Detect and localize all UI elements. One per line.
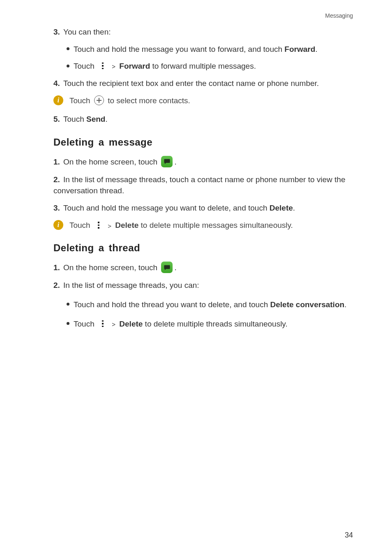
label-delete: Delete bbox=[115, 221, 138, 229]
text: Touch bbox=[74, 62, 97, 70]
bullet-delete-multiple-threads: Touch > Delete to delete multiple thread… bbox=[67, 318, 353, 330]
text: In the list of message threads, you can: bbox=[63, 281, 199, 290]
messaging-app-icon bbox=[161, 156, 173, 167]
text: Touch and hold the message you want to f… bbox=[74, 45, 284, 53]
bullet-dot-icon bbox=[67, 65, 69, 67]
info-icon: i bbox=[53, 95, 63, 105]
step-number: 2. bbox=[53, 174, 63, 185]
text: Touch bbox=[69, 96, 92, 105]
note-delete-multiple-messages: i Touch > Delete to delete multiple mess… bbox=[53, 221, 353, 231]
sec1-step-3: 3.Touch and hold the message you want to… bbox=[53, 202, 353, 214]
bullet-dot-icon bbox=[67, 303, 69, 306]
text: . bbox=[174, 158, 176, 166]
plus-circle-icon bbox=[94, 95, 104, 105]
overflow-menu-icon bbox=[95, 221, 102, 229]
bullet-dot-icon bbox=[67, 322, 69, 325]
messaging-app-icon bbox=[161, 262, 173, 273]
chevron-right-icon: > bbox=[112, 321, 115, 328]
text: to forward multiple messages. bbox=[150, 62, 256, 70]
step-5: 5.Touch Send. bbox=[53, 114, 353, 125]
step-number: 4. bbox=[53, 78, 63, 89]
text: to delete multiple messages simultaneous… bbox=[138, 221, 293, 229]
label-forward: Forward bbox=[119, 62, 150, 70]
bullet-forward-multiple: Touch > Forward to forward multiple mess… bbox=[67, 60, 353, 72]
label-delete: Delete bbox=[270, 204, 293, 212]
step-number: 1. bbox=[53, 156, 63, 168]
step-number: 3. bbox=[53, 202, 63, 214]
info-icon: i bbox=[53, 220, 63, 230]
text: In the list of message threads, touch a … bbox=[53, 175, 346, 195]
text: to select more contacts. bbox=[108, 96, 190, 105]
heading-deleting-message: Deleting a message bbox=[53, 137, 353, 148]
text: Touch and hold the message you want to d… bbox=[63, 204, 270, 212]
sec1-step-2: 2.In the list of message threads, touch … bbox=[53, 174, 353, 197]
overflow-menu-icon bbox=[99, 62, 106, 70]
text: . bbox=[105, 115, 107, 123]
text: . bbox=[344, 300, 346, 309]
label-forward: Forward bbox=[284, 45, 315, 53]
note-add-contacts: i Touch to select more contacts. bbox=[53, 96, 353, 106]
step-text: Touch the recipient text box and enter t… bbox=[63, 79, 319, 88]
text: . bbox=[293, 204, 295, 212]
bullet-forward-single: Touch and hold the message you want to f… bbox=[67, 44, 353, 55]
text: Touch bbox=[69, 221, 92, 229]
chevron-right-icon: > bbox=[112, 63, 115, 70]
sec2-step-1: 1.On the home screen, touch . bbox=[53, 262, 353, 274]
text: Touch bbox=[74, 320, 97, 328]
text: On the home screen, touch bbox=[63, 158, 159, 166]
step-3: 3.You can then: bbox=[53, 26, 353, 38]
chevron-right-icon: > bbox=[108, 222, 111, 229]
label-delete-conversation: Delete conversation bbox=[270, 300, 345, 309]
text: Touch bbox=[63, 115, 86, 123]
text: . bbox=[174, 263, 176, 272]
sec2-step-2: 2.In the list of message threads, you ca… bbox=[53, 280, 353, 291]
step-4: 4.Touch the recipient text box and enter… bbox=[53, 78, 353, 89]
step-number: 2. bbox=[53, 280, 63, 291]
bullet-dot-icon bbox=[67, 47, 69, 50]
text: Touch and hold the thread you want to de… bbox=[74, 300, 270, 309]
heading-deleting-thread: Deleting a thread bbox=[53, 242, 353, 254]
overflow-menu-icon bbox=[99, 320, 106, 328]
text: . bbox=[315, 45, 317, 53]
step-text: You can then: bbox=[63, 28, 111, 36]
text: On the home screen, touch bbox=[63, 263, 159, 272]
step-number: 3. bbox=[53, 26, 63, 38]
label-delete: Delete bbox=[119, 320, 143, 328]
step-number: 1. bbox=[53, 262, 63, 273]
page-number: 34 bbox=[345, 531, 353, 540]
sec1-step-1: 1.On the home screen, touch . bbox=[53, 156, 353, 168]
bullet-delete-conversation: Touch and hold the thread you want to de… bbox=[67, 297, 353, 313]
text: to delete multiple threads simultaneousl… bbox=[143, 320, 287, 328]
running-head: Messaging bbox=[53, 12, 353, 19]
page: Messaging 3.You can then: Touch and hold… bbox=[0, 0, 392, 556]
label-send: Send bbox=[86, 115, 105, 123]
step-number: 5. bbox=[53, 114, 63, 125]
